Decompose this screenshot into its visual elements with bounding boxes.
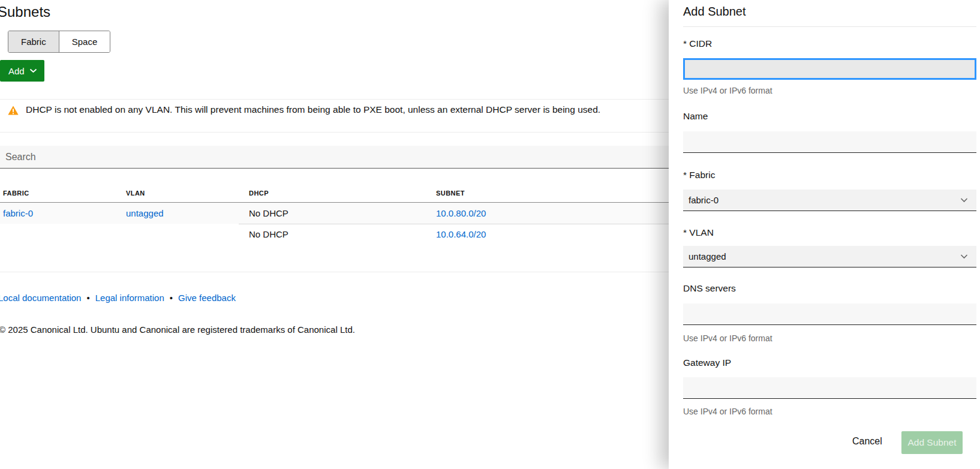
name-label: Name: [683, 111, 708, 122]
fabric-select-value: fabric-0: [689, 195, 719, 205]
column-header-subnet: SUBNET: [436, 190, 465, 197]
group-by-toggle: Fabric Space: [8, 31, 110, 53]
dns-servers-input[interactable]: [683, 303, 976, 325]
add-subnet-panel: Add Subnet * CIDR Use IPv4 or IPv6 forma…: [669, 0, 980, 469]
warning-icon: [8, 106, 19, 115]
add-subnet-submit-button[interactable]: Add Subnet: [901, 431, 963, 454]
dhcp-status: No DHCP: [249, 224, 288, 245]
chevron-down-icon: [960, 197, 968, 203]
cidr-help-text: Use IPv4 or IPv6 format: [683, 86, 772, 95]
gateway-ip-input[interactable]: [683, 377, 976, 399]
cidr-label: * CIDR: [683, 38, 712, 49]
legal-information-link[interactable]: Legal information: [95, 293, 164, 303]
divider: [0, 132, 672, 133]
toggle-space[interactable]: Space: [59, 31, 110, 52]
vlan-select-value: untagged: [689, 251, 726, 261]
subnet-link[interactable]: 10.0.80.0/20: [436, 203, 486, 224]
table-row: No DHCP 10.0.64.0/20: [0, 224, 672, 245]
divider: [0, 272, 672, 272]
cancel-button[interactable]: Cancel: [846, 432, 888, 450]
add-button-label: Add: [8, 66, 25, 76]
gateway-help-text: Use IPv4 or IPv6 format: [683, 407, 772, 416]
local-documentation-link[interactable]: Local documentation: [0, 293, 81, 303]
footer-links: Local documentation • Legal information …: [0, 293, 236, 303]
column-header-fabric: FABRIC: [3, 190, 29, 197]
vlan-label: * VLAN: [683, 227, 714, 238]
divider: [683, 26, 976, 27]
toggle-fabric[interactable]: Fabric: [8, 31, 59, 52]
fabric-select[interactable]: fabric-0: [683, 190, 976, 211]
copyright-text: © 2025 Canonical Ltd. Ubuntu and Canonic…: [0, 324, 355, 335]
warning-text: DHCP is not enabled on any VLAN. This wi…: [26, 104, 600, 115]
fabric-label: * Fabric: [683, 170, 715, 181]
bullet-separator: •: [86, 293, 89, 303]
dns-help-text: Use IPv4 or IPv6 format: [683, 333, 772, 343]
vlan-select[interactable]: untagged: [683, 246, 976, 267]
dhcp-warning-banner: DHCP is not enabled on any VLAN. This wi…: [8, 104, 600, 115]
page-title: Subnets: [0, 4, 50, 20]
dhcp-status: No DHCP: [249, 203, 288, 224]
maas-subnets-screen: Subnets Fabric Space Add DHCP is not ena…: [0, 0, 980, 469]
divider: [0, 99, 672, 100]
subnets-page: Subnets Fabric Space Add DHCP is not ena…: [0, 0, 672, 469]
table-header-row: FABRIC VLAN DHCP SUBNET: [0, 182, 672, 203]
add-button[interactable]: Add: [0, 60, 44, 82]
search-input[interactable]: [0, 146, 672, 169]
panel-title: Add Subnet: [683, 5, 746, 19]
bullet-separator: •: [170, 293, 173, 303]
vlan-link[interactable]: untagged: [126, 203, 164, 224]
column-header-vlan: VLAN: [126, 190, 145, 197]
name-input[interactable]: [683, 131, 976, 153]
cidr-input[interactable]: [683, 58, 976, 80]
chevron-down-icon: [960, 254, 968, 259]
chevron-down-icon: [29, 68, 37, 73]
dns-servers-label: DNS servers: [683, 283, 736, 294]
subnet-link[interactable]: 10.0.64.0/20: [436, 224, 486, 245]
fabric-link[interactable]: fabric-0: [3, 203, 33, 224]
gateway-ip-label: Gateway IP: [683, 357, 731, 368]
table-row: fabric-0 untagged No DHCP 10.0.80.0/20: [0, 203, 672, 224]
column-header-dhcp: DHCP: [249, 190, 269, 197]
give-feedback-link[interactable]: Give feedback: [178, 293, 236, 303]
